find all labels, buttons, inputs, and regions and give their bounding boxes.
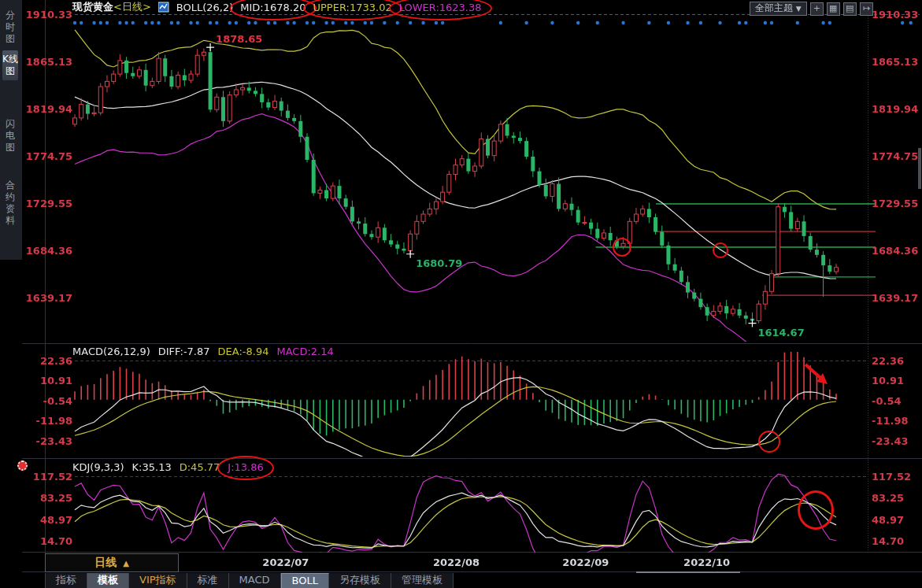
theme-dropdown-label: 全部主题 (755, 2, 793, 13)
sidebar-item-label: K线图 (2, 54, 18, 76)
crosshair-button[interactable]: + (810, 2, 824, 16)
chevron-down-icon: ▼ (796, 5, 802, 13)
macd-panel-header: MACD(26,12,9) DIFF:-7.87 DEA:-8.94 MACD:… (72, 346, 334, 357)
period-selector[interactable]: 日线 ▲ (45, 553, 179, 572)
tab-save-template[interactable]: 另存模板 (329, 573, 391, 588)
tab-boll[interactable]: BOLL (281, 573, 329, 588)
boll-upper-value: UPPER:1733.02 (313, 2, 392, 13)
sidebar: 分时图 K线图 闪电图 合约资料 (0, 0, 23, 260)
theme-dropdown[interactable]: 全部主题 ▼ (750, 2, 807, 16)
symbol-name: 现货黄金 (72, 0, 113, 14)
kdj-alert-icon (17, 460, 28, 471)
kdj-j-value: J:13.86 (228, 461, 263, 473)
macd-diff-value: DIFF:-7.87 (158, 346, 210, 357)
horizontal-scrollbar-thumb[interactable] (636, 571, 740, 573)
period-label: 日线 (94, 556, 117, 570)
indicator-name: BOLL(26,2) (176, 2, 234, 13)
kdj-title: KDJ(9,3,3) (72, 461, 124, 473)
sidebar-item-kline[interactable]: K线图 (2, 50, 18, 80)
main-chart-header: 现货黄金<日线> BOLL(26,2) MID:1678.20 UPPER:17… (72, 1, 482, 13)
axis-zoom-button[interactable]: ▤ (843, 2, 857, 16)
kdj-k-value: K:35.13 (132, 461, 172, 473)
sidebar-item-contract-info[interactable]: 合约资料 (2, 176, 18, 230)
boll-indicator-icon (158, 2, 169, 13)
pop-out-button[interactable]: ↦ (860, 2, 873, 16)
tab-standard[interactable]: 标准 (187, 573, 229, 588)
vertical-scrollbar-thumb[interactable] (918, 148, 921, 189)
macd-title: MACD(26,12,9) (72, 346, 150, 357)
tab-vip-indicators[interactable]: VIP指标 (129, 573, 187, 588)
kdj-d-value: D:45.77 (180, 461, 220, 473)
tab-indicators[interactable]: 指标 (45, 573, 87, 588)
boll-mid-value: MID:1678.20 (240, 2, 305, 13)
tab-macd[interactable]: MACD (229, 573, 281, 588)
sidebar-item-timeline[interactable]: 分时图 (2, 6, 18, 48)
macd-macd-value: MACD:2.14 (276, 346, 333, 357)
chart-canvas[interactable] (0, 0, 922, 588)
macd-dea-value: DEA:-8.94 (218, 346, 269, 357)
triangle-up-icon: ▲ (123, 559, 129, 568)
sidebar-item-flash[interactable]: 闪电图 (2, 115, 18, 157)
bottom-tab-bar: 指标 模板 VIP指标 标准 MACD BOLL 另存模板 管理模板 (45, 573, 454, 588)
tab-manage-templates[interactable]: 管理模板 (391, 573, 454, 588)
period-tag: <日线> (113, 0, 151, 14)
sidebar-item-label: 合约资料 (6, 179, 15, 226)
tab-templates[interactable]: 模板 (87, 573, 129, 588)
boll-lower-value: LOWER:1623.38 (399, 2, 482, 13)
toolbar: 全部主题 ▼ + ▦ ▤ ↦ (750, 2, 873, 16)
region-zoom-button[interactable]: ▦ (827, 2, 840, 16)
sidebar-item-label: 闪电图 (6, 118, 15, 153)
kdj-panel-header: KDJ(9,3,3) K:35.13 D:45.77 J:13.86 (72, 461, 264, 473)
sidebar-item-label: 分时图 (6, 9, 15, 44)
